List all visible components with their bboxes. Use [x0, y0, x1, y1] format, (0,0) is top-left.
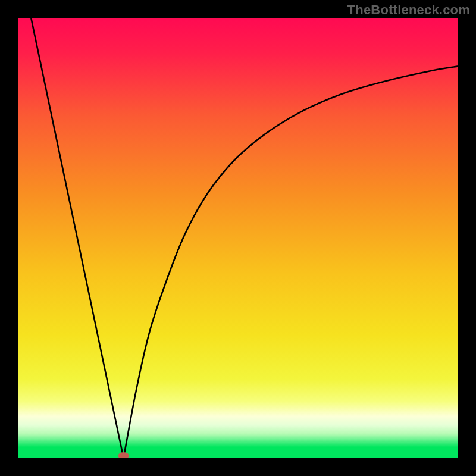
plot-background: [18, 18, 458, 458]
watermark-text: TheBottleneck.com: [347, 2, 470, 18]
chart-plot: [18, 18, 458, 458]
chart-frame: TheBottleneck.com: [0, 0, 476, 476]
